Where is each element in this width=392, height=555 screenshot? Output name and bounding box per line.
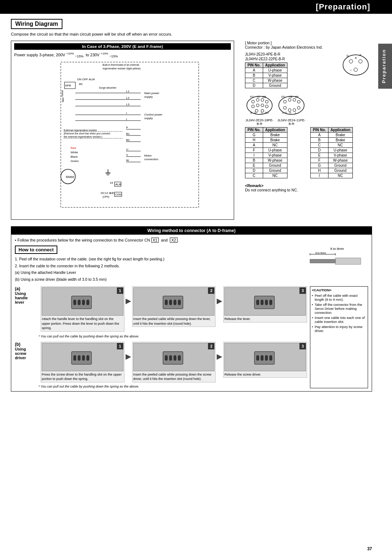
list-item: 2. Insert the cable to the connecter in … <box>15 263 301 269</box>
table-row: FW-phase <box>311 158 353 163</box>
wiring-method-title: Wiring method to connector (A to D-frame… <box>11 227 372 235</box>
svg-text:FO: FO <box>250 96 254 98</box>
cn1-box: X1 <box>151 238 159 243</box>
table-row: ABrake <box>311 133 353 138</box>
step-block: 3Release the lever. <box>223 286 307 323</box>
follow-text: • Follow the procedures below for the wi… <box>15 238 368 243</box>
svg-text:E: E <box>250 112 252 114</box>
step-caption: Insert the peeled cable while pressing d… <box>133 317 215 326</box>
step-caption: Release the screw driver. <box>224 372 306 377</box>
svg-text:NFB: NFB <box>65 84 71 87</box>
svg-text:ON  OFF  ALM: ON OFF ALM <box>77 78 95 81</box>
svg-point-88 <box>283 100 286 103</box>
connector-label: Connector : by Japan Aviation Electronic… <box>245 45 372 49</box>
caution-item: Take off the connector from the Servo Dr… <box>312 303 366 315</box>
svg-text:Red: Red <box>71 146 76 150</box>
header-title: [Preparation] <box>316 2 370 11</box>
steps-and-caution: (a) Using handle lever 1Attach the handl… <box>15 286 368 388</box>
table2-label: JL04V-2E20-18PE-B-R <box>245 118 274 126</box>
connector-diagram-11pe: DO OE OF O G H I <box>277 93 306 116</box>
svg-text:Motor: Motor <box>144 154 152 157</box>
svg-point-66 <box>354 68 358 72</box>
step-arrow: ▶ <box>124 342 132 360</box>
step-caption: Attach the handle lever to the handling … <box>42 317 123 331</box>
svg-rect-113 <box>82 300 85 305</box>
table-row: GGround <box>311 163 353 168</box>
svg-text:○: ○ <box>350 69 352 72</box>
table-row: CNC <box>245 173 287 178</box>
step-caption: Press the screw driver to the handling s… <box>42 372 123 381</box>
step-image-placeholder <box>42 287 123 316</box>
left-column: In Case of 3-Phase, 200V (E and F-frame)… <box>11 41 234 223</box>
caution-title: <CAUTION> <box>312 288 366 292</box>
step-arrow: ▶ <box>216 286 223 304</box>
step-arrow: ▶ <box>124 286 132 304</box>
svg-text:Built-in thermostat of an exte: Built-in thermostat of an external <box>103 64 139 66</box>
svg-point-73 <box>265 100 268 103</box>
svg-text:15: 15 <box>110 181 113 185</box>
svg-rect-128 <box>82 355 85 361</box>
list-item: (a) Using the attached Handle Lever <box>15 270 301 276</box>
table-row: HBrake <box>245 138 287 143</box>
svg-rect-116 <box>165 300 168 305</box>
tables-row: PIN No. Application GBrakeHBrakeANCFU-ph… <box>245 127 372 181</box>
svg-text:connection: connection <box>144 158 159 161</box>
svg-point-64 <box>349 60 353 63</box>
table-row: DU-phase <box>311 148 353 153</box>
method-b-section: (b) Using screw driver 1Press the screw … <box>15 342 307 382</box>
motor-label: [ Motor portion ] <box>245 41 372 45</box>
svg-point-76 <box>261 104 264 107</box>
svg-text:COM-: COM- <box>115 193 122 196</box>
svg-text:L3: L3 <box>126 103 130 106</box>
svg-text:White: White <box>71 151 78 154</box>
method-a-steps: 1Attach the handle lever to the handling… <box>41 286 307 332</box>
svg-text:OE: OE <box>289 96 293 98</box>
svg-text:DO: DO <box>265 112 269 114</box>
step-number: 3 <box>299 287 306 294</box>
right-column: [ Motor portion ] Connector : by Japan A… <box>241 41 372 223</box>
svg-rect-133 <box>173 355 176 361</box>
main-pin-table: PIN No. Application AU-phaseBV-phaseCW-p… <box>245 62 287 88</box>
svg-rect-136 <box>256 355 259 361</box>
svg-rect-129 <box>86 355 89 361</box>
caution-item: Peel off the cable with exact length (8 … <box>312 293 366 301</box>
svg-rect-114 <box>86 300 89 305</box>
svg-text:U: U <box>126 148 128 151</box>
svg-text:D: D <box>254 112 256 114</box>
connector-diagram-top: D A B ○ <box>339 52 372 78</box>
svg-rect-106 <box>335 258 361 264</box>
svg-rect-117 <box>169 300 172 305</box>
svg-rect-131 <box>165 355 168 361</box>
svg-text:W: W <box>126 159 129 162</box>
wiring-method-body: • Follow the procedures below for the wi… <box>11 235 372 391</box>
svg-point-92 <box>283 106 286 109</box>
svg-text:Green: Green <box>71 159 79 163</box>
method-b-steps: 1Press the screw driver to the handling … <box>41 342 307 382</box>
list-item: 1. Peel off the insulation cover of the … <box>15 256 301 262</box>
method-a-label: (a) Using handle lever <box>15 286 38 332</box>
col-header-app: Application <box>263 63 287 68</box>
svg-point-77 <box>265 105 268 108</box>
list-item: (b) Using a screw driver (blade width of… <box>15 276 301 283</box>
svg-text:8 to 9mm: 8 to 9mm <box>315 252 326 254</box>
pin-table-11pe: PIN No. Application ABrakeBBrakeCNCDU-ph… <box>310 127 353 178</box>
svg-text:OB: OB <box>262 96 266 98</box>
cn2-box: X2 <box>170 238 177 243</box>
table-row: CNC <box>311 143 353 148</box>
svg-rect-132 <box>169 355 172 361</box>
table-row: ANC <box>245 143 287 148</box>
svg-rect-121 <box>256 300 259 305</box>
step-image-placeholder <box>224 287 306 316</box>
svg-text:B: B <box>355 57 357 59</box>
svg-text:H: H <box>289 112 291 114</box>
pin-table-18pe: PIN No. Application GBrakeHBrakeANCFU-ph… <box>245 127 287 178</box>
circuit-diagram: NFB Noise filter ON OFF ALM MC Built-in … <box>14 60 231 216</box>
step-image-placeholder <box>224 343 306 371</box>
step-block: 1Attach the handle lever to the handling… <box>41 286 124 332</box>
phase-title: In Case of 3-Phase, 200V (E and F-frame) <box>14 43 231 50</box>
step-block: 1Press the screw driver to the handling … <box>41 342 124 382</box>
svg-rect-123 <box>265 300 268 305</box>
svg-rect-119 <box>178 300 181 305</box>
svg-point-72 <box>261 98 264 101</box>
table-row: IV-phase <box>245 153 287 158</box>
